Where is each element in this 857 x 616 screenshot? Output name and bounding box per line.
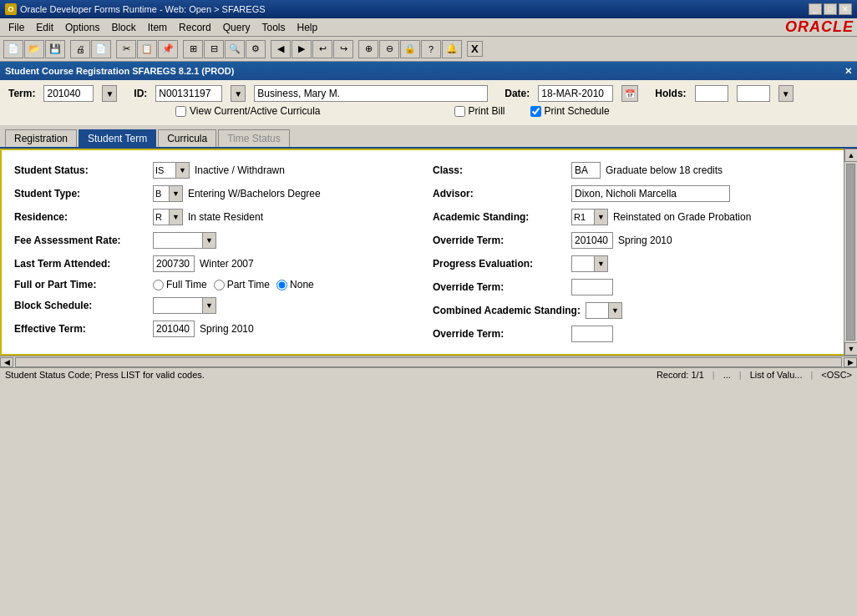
tb-btn14[interactable]: ⊖ [379, 40, 399, 58]
fee-assessment-dropdown[interactable]: ▼ [203, 232, 216, 249]
view-curricula-checkbox[interactable] [175, 106, 186, 117]
tb-print-button[interactable]: 🖨 [70, 40, 90, 58]
menu-item[interactable]: Item [143, 20, 172, 35]
none-radio[interactable] [276, 280, 287, 290]
scroll-thumb[interactable] [846, 164, 855, 341]
list-val: List of Valu... [750, 370, 803, 380]
id-input[interactable] [155, 85, 222, 102]
term-dropdown-btn[interactable]: ▼ [102, 85, 117, 102]
minimize-button[interactable]: _ [809, 3, 822, 15]
menu-query[interactable]: Query [218, 20, 256, 35]
print-bill-checkbox[interactable] [454, 106, 465, 117]
app-header-close-icon[interactable]: ✕ [844, 66, 852, 77]
tb-btn10[interactable]: ▶ [292, 40, 312, 58]
scroll-down-arrow[interactable]: ▼ [844, 342, 857, 356]
hscroll-track[interactable] [15, 357, 842, 367]
tab-student-term[interactable]: Student Term [79, 129, 156, 147]
class-row: Class: Graduate below 18 credits [433, 159, 834, 182]
tb-btn15[interactable]: 🔒 [400, 40, 420, 58]
tb-paste-button[interactable]: 📌 [158, 40, 178, 58]
last-term-code[interactable] [153, 255, 195, 272]
progress-eval-input[interactable] [571, 255, 595, 272]
part-time-radio[interactable] [214, 280, 225, 290]
menu-tools[interactable]: Tools [256, 20, 290, 35]
tb-new-button[interactable]: 📄 [3, 40, 23, 58]
id-dropdown-btn[interactable]: ▼ [231, 85, 246, 102]
tb-btn13[interactable]: ⊕ [358, 40, 378, 58]
none-label[interactable]: None [276, 279, 314, 290]
tb-open-button[interactable]: 📂 [24, 40, 44, 58]
menu-help[interactable]: Help [292, 20, 322, 35]
student-status-dropdown[interactable]: ▼ [176, 162, 190, 179]
menu-record[interactable]: Record [174, 20, 216, 35]
residence-dropdown[interactable]: ▼ [170, 209, 183, 225]
title-bar: O Oracle Developer Forms Runtime - Web: … [0, 0, 857, 18]
print-schedule-checkbox[interactable] [530, 106, 541, 117]
override-term-input3[interactable] [571, 326, 613, 342]
holds-input[interactable] [695, 85, 728, 102]
tb-btn7[interactable]: 🔍 [225, 40, 245, 58]
menu-edit[interactable]: Edit [31, 20, 58, 35]
effective-term-row: Effective Term: Spring 2010 [14, 317, 416, 341]
name-input[interactable] [254, 85, 488, 102]
tb-btn9[interactable]: ◀ [271, 40, 291, 58]
advisor-input[interactable] [571, 185, 730, 202]
student-status-select: ▼ [153, 162, 190, 179]
residence-code[interactable] [153, 209, 170, 225]
fee-assessment-input[interactable] [153, 232, 203, 249]
override-term-value1: Spring 2010 [618, 235, 672, 246]
student-status-code[interactable] [153, 162, 176, 179]
tb-cut-button[interactable]: ✂ [116, 40, 136, 58]
override-term-code1[interactable] [571, 232, 613, 249]
full-time-radio[interactable] [153, 280, 164, 290]
block-schedule-dropdown[interactable]: ▼ [203, 297, 216, 314]
scroll-right-arrow[interactable]: ▶ [844, 357, 857, 367]
tb-btn12[interactable]: ↪ [333, 40, 353, 58]
holds-input2[interactable] [737, 85, 770, 102]
tb-save-button[interactable]: 💾 [45, 40, 65, 58]
tb-print2-button[interactable]: 📄 [91, 40, 111, 58]
full-time-label[interactable]: Full Time [153, 279, 207, 290]
override-term-input2[interactable] [571, 279, 613, 295]
tab-registration[interactable]: Registration [5, 129, 77, 147]
menu-options[interactable]: Options [60, 20, 104, 35]
scroll-up-arrow[interactable]: ▲ [844, 149, 857, 162]
scroll-left-arrow[interactable]: ◀ [0, 357, 13, 367]
block-schedule-input[interactable] [153, 297, 203, 314]
horizontal-scrollbar[interactable]: ◀ ▶ [0, 356, 857, 367]
block-schedule-select: ▼ [153, 297, 216, 314]
menu-block[interactable]: Block [106, 20, 140, 35]
effective-term-code[interactable] [153, 321, 195, 337]
tb-btn5[interactable]: ⊞ [183, 40, 203, 58]
tb-btn6[interactable]: ⊟ [204, 40, 224, 58]
date-calendar-btn[interactable]: 📅 [621, 85, 638, 102]
tab-time-status[interactable]: Time Status [218, 129, 290, 147]
effective-term-value: Spring 2010 [200, 323, 254, 335]
combined-standing-input[interactable] [586, 302, 609, 319]
tb-btn8[interactable]: ⚙ [246, 40, 266, 58]
date-input[interactable] [538, 85, 613, 102]
record-indicator: Record: 1/1 [657, 370, 704, 380]
tb-copy-button[interactable]: 📋 [137, 40, 157, 58]
effective-term-label: Effective Term: [14, 323, 148, 335]
student-type-code[interactable] [153, 185, 170, 202]
tb-btn11[interactable]: ↩ [312, 40, 332, 58]
tb-btn17[interactable]: 🔔 [442, 40, 462, 58]
main-content: Student Status: ▼ Inactive / Withdrawn S… [0, 149, 857, 356]
close-button[interactable]: ✕ [839, 3, 852, 15]
academic-standing-dropdown[interactable]: ▼ [595, 209, 608, 225]
academic-standing-code[interactable] [571, 209, 595, 225]
override-term-row2: Override Term: [433, 275, 834, 299]
tb-close-x[interactable]: X [467, 41, 483, 57]
vertical-scrollbar[interactable]: ▲ ▼ [844, 149, 857, 356]
student-type-dropdown[interactable]: ▼ [170, 185, 183, 202]
holds-dropdown-btn[interactable]: ▼ [778, 85, 794, 102]
tab-curricula[interactable]: Curricula [158, 129, 216, 147]
term-input[interactable] [43, 85, 94, 102]
progress-eval-dropdown[interactable]: ▼ [595, 255, 608, 272]
tb-btn16[interactable]: ? [421, 40, 441, 58]
menu-file[interactable]: File [3, 20, 29, 35]
combined-standing-dropdown[interactable]: ▼ [609, 302, 622, 319]
restore-button[interactable]: □ [824, 3, 837, 15]
part-time-label[interactable]: Part Time [214, 279, 270, 290]
